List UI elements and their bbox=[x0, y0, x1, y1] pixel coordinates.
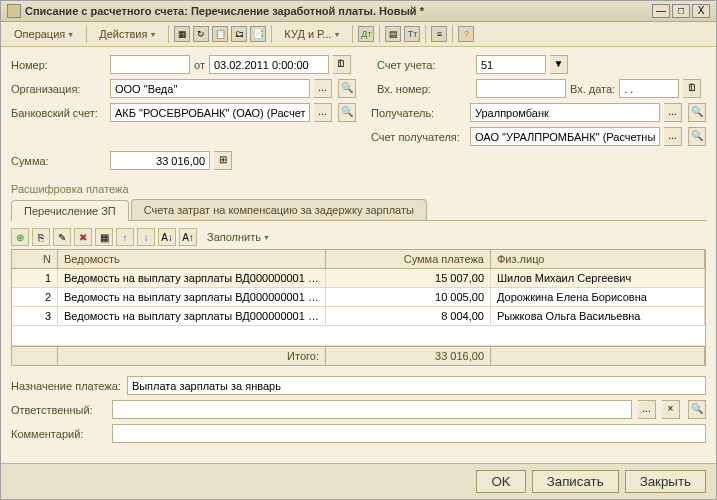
close-form-button[interactable]: Закрыть bbox=[625, 470, 706, 493]
kudir-menu[interactable]: КУД и Р...▼ bbox=[277, 25, 347, 43]
fill-menu[interactable]: Заполнить▼ bbox=[200, 228, 277, 246]
operation-menu[interactable]: Операция▼ bbox=[7, 25, 81, 43]
toolbar-icon-3[interactable]: 📋 bbox=[212, 26, 228, 42]
recipient-search-button[interactable]: 🔍 bbox=[688, 103, 706, 122]
minimize-button[interactable]: — bbox=[652, 4, 670, 18]
cell-n: 2 bbox=[12, 288, 58, 306]
bank-account-input[interactable] bbox=[110, 103, 310, 122]
cell-person: Шилов Михаил Сергеевич bbox=[491, 269, 705, 287]
account-input[interactable] bbox=[476, 55, 546, 74]
organization-label: Организация: bbox=[11, 83, 106, 95]
chevron-down-icon: ▼ bbox=[67, 31, 74, 38]
actions-menu[interactable]: Действия▼ bbox=[92, 25, 163, 43]
tab-perechislenie[interactable]: Перечисление ЗП bbox=[11, 200, 129, 221]
bank-account-select-button[interactable]: ... bbox=[314, 103, 332, 122]
responsible-select-button[interactable]: ... bbox=[638, 400, 656, 419]
operation-label: Операция bbox=[14, 28, 65, 40]
grid-toolbar: ⊕ ⎘ ✎ ✖ ▦ ↑ ↓ A↓ A↑ Заполнить▼ bbox=[11, 225, 706, 249]
vh-number-label: Вх. номер: bbox=[377, 83, 472, 95]
save-button[interactable]: Записать bbox=[532, 470, 619, 493]
separator bbox=[271, 25, 272, 43]
add-row-icon[interactable]: ⊕ bbox=[11, 228, 29, 246]
vh-date-picker-button[interactable]: 🗓 bbox=[683, 79, 701, 98]
window-title: Списание с расчетного счета: Перечислени… bbox=[25, 5, 650, 17]
header-n[interactable]: N bbox=[12, 250, 58, 268]
bank-account-search-button[interactable]: 🔍 bbox=[338, 103, 356, 122]
vh-date-input[interactable] bbox=[619, 79, 679, 98]
cell-n: 3 bbox=[12, 307, 58, 325]
sort-asc-icon[interactable]: A↓ bbox=[158, 228, 176, 246]
copy-row-icon[interactable]: ⎘ bbox=[32, 228, 50, 246]
move-up-icon[interactable]: ↑ bbox=[116, 228, 134, 246]
chevron-down-icon: ▼ bbox=[334, 31, 341, 38]
table-row[interactable]: 2 Ведомость на выплату зарплаты ВД000000… bbox=[12, 288, 705, 307]
separator bbox=[168, 25, 169, 43]
header-vedomost[interactable]: Ведомость bbox=[58, 250, 326, 268]
header-summa[interactable]: Сумма платежа bbox=[326, 250, 491, 268]
tabs: Перечисление ЗП Счета затрат на компенса… bbox=[11, 199, 706, 221]
account-dropdown-button[interactable]: ▼ bbox=[550, 55, 568, 74]
separator bbox=[452, 25, 453, 43]
organization-input[interactable] bbox=[110, 79, 310, 98]
recipient-account-select-button[interactable]: ... bbox=[664, 127, 682, 146]
toolbar-icon-2[interactable]: ↻ bbox=[193, 26, 209, 42]
sort-desc-icon[interactable]: A↑ bbox=[179, 228, 197, 246]
grid-footer: Итого: 33 016,00 bbox=[12, 346, 705, 365]
ok-button[interactable]: OK bbox=[476, 470, 525, 493]
date-input[interactable] bbox=[209, 55, 329, 74]
itogo-value: 33 016,00 bbox=[326, 347, 491, 365]
date-picker-button[interactable]: 🗓 bbox=[333, 55, 351, 74]
bottom-fields: Назначение платежа: Ответственный: ...× … bbox=[11, 376, 706, 448]
chevron-down-icon: ▼ bbox=[149, 31, 156, 38]
purpose-input[interactable] bbox=[127, 376, 706, 395]
grid-icon-5[interactable]: ▦ bbox=[95, 228, 113, 246]
responsible-input[interactable] bbox=[112, 400, 632, 419]
comment-label: Комментарий: bbox=[11, 428, 106, 440]
form-area: Номер: от 🗓 Счет учета: ▼ Организация: .… bbox=[1, 47, 716, 463]
recipient-input[interactable] bbox=[470, 103, 660, 122]
toolbar-icon-5[interactable]: 📑 bbox=[250, 26, 266, 42]
main-window: Списание с расчетного счета: Перечислени… bbox=[0, 0, 717, 500]
move-down-icon[interactable]: ↓ bbox=[137, 228, 155, 246]
toolbar-icon-6[interactable]: ▤ bbox=[385, 26, 401, 42]
cell-summa: 8 004,00 bbox=[326, 307, 491, 325]
table-row[interactable]: 3 Ведомость на выплату зарплаты ВД000000… bbox=[12, 307, 705, 326]
bank-account-label: Банковский счет: bbox=[11, 107, 106, 119]
separator bbox=[352, 25, 353, 43]
toolbar-icon-8[interactable]: ≡ bbox=[431, 26, 447, 42]
recipient-select-button[interactable]: ... bbox=[664, 103, 682, 122]
number-input[interactable] bbox=[110, 55, 190, 74]
tab-scheta-zatrat[interactable]: Счета затрат на компенсацию за задержку … bbox=[131, 199, 427, 220]
responsible-search-button[interactable]: 🔍 bbox=[688, 400, 706, 419]
summa-input[interactable] bbox=[110, 151, 210, 170]
maximize-button[interactable]: □ bbox=[672, 4, 690, 18]
cell-summa: 15 007,00 bbox=[326, 269, 491, 287]
header-person[interactable]: Физ.лицо bbox=[491, 250, 705, 268]
comment-input[interactable] bbox=[112, 424, 706, 443]
separator bbox=[379, 25, 380, 43]
table-row[interactable]: 1 Ведомость на выплату зарплаты ВД000000… bbox=[12, 269, 705, 288]
edit-row-icon[interactable]: ✎ bbox=[53, 228, 71, 246]
account-label: Счет учета: bbox=[377, 59, 472, 71]
itogo-label: Итого: bbox=[58, 347, 326, 365]
vh-date-label: Вх. дата: bbox=[570, 83, 615, 95]
cell-vedomost: Ведомость на выплату зарплаты ВД00000000… bbox=[58, 269, 326, 287]
responsible-clear-button[interactable]: × bbox=[662, 400, 680, 419]
toolbar-icon-7[interactable]: Тт bbox=[404, 26, 420, 42]
help-icon[interactable]: ? bbox=[458, 26, 474, 42]
cell-n: 1 bbox=[12, 269, 58, 287]
titlebar: Списание с расчетного счета: Перечислени… bbox=[1, 1, 716, 22]
recipient-account-input[interactable] bbox=[470, 127, 660, 146]
vh-number-input[interactable] bbox=[476, 79, 566, 98]
purpose-label: Назначение платежа: bbox=[11, 380, 121, 392]
delete-row-icon[interactable]: ✖ bbox=[74, 228, 92, 246]
dtkt-icon[interactable]: Дт bbox=[358, 26, 374, 42]
toolbar-icon-1[interactable]: ▦ bbox=[174, 26, 190, 42]
recipient-account-search-button[interactable]: 🔍 bbox=[688, 127, 706, 146]
recipient-label: Получатель: bbox=[371, 107, 466, 119]
summa-calc-button[interactable]: ⊞ bbox=[214, 151, 232, 170]
organization-search-button[interactable]: 🔍 bbox=[338, 79, 356, 98]
organization-select-button[interactable]: ... bbox=[314, 79, 332, 98]
close-button[interactable]: X bbox=[692, 4, 710, 18]
toolbar-icon-4[interactable]: 🗂 bbox=[231, 26, 247, 42]
